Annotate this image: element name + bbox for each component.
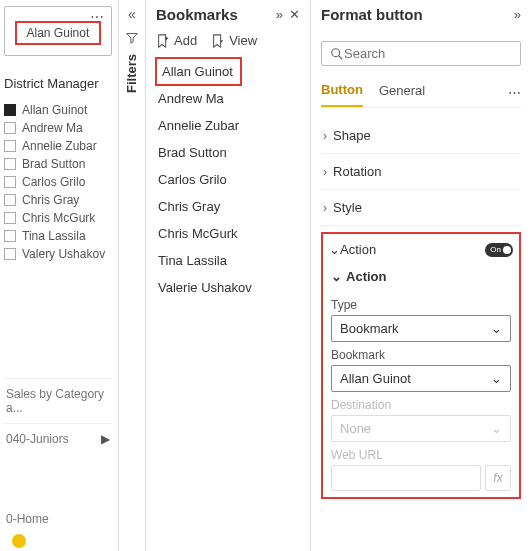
- slicer-item[interactable]: Valery Ushakov: [4, 245, 112, 263]
- bookmarks-title: Bookmarks: [156, 6, 238, 23]
- weburl-input: [331, 465, 481, 491]
- checkbox-icon[interactable]: [4, 194, 16, 206]
- search-input-wrapper[interactable]: [321, 41, 521, 66]
- slicer-title: District Manager: [4, 76, 112, 91]
- visual-title-row[interactable]: Sales by Category a...: [4, 378, 112, 423]
- bookmark-item[interactable]: Annelie Zubar: [156, 112, 300, 139]
- svg-point-0: [332, 48, 340, 56]
- type-select[interactable]: Bookmark ⌄: [331, 315, 511, 342]
- caret-right-icon[interactable]: ▶: [101, 432, 110, 446]
- type-label: Type: [331, 298, 511, 312]
- popout-icon[interactable]: »: [276, 7, 283, 22]
- bookmark-label: Bookmark: [331, 348, 511, 362]
- bookmarks-list: Allan Guinot Andrew Ma Annelie Zubar Bra…: [156, 58, 300, 301]
- action-toggle[interactable]: On: [485, 243, 513, 257]
- action-header[interactable]: ⌄Action On: [329, 240, 513, 265]
- district-manager-slicer: District Manager Allan Guinot Andrew Ma …: [4, 76, 112, 263]
- checkbox-icon[interactable]: [4, 140, 16, 152]
- bookmark-item[interactable]: Carlos Grilo: [156, 166, 300, 193]
- chevron-right-icon: ›: [323, 201, 327, 215]
- search-input[interactable]: [344, 46, 512, 61]
- bookmark-add-icon: [156, 34, 170, 48]
- canvas-lower: Sales by Category a... 040-Juniors ▶ 0-H…: [4, 378, 112, 551]
- checkbox-icon[interactable]: [4, 158, 16, 170]
- filters-label: Filters: [124, 54, 139, 93]
- action-section: ⌄Action On ⌄ Action Type Bookmark ⌄ Book…: [321, 232, 521, 499]
- slicer-item[interactable]: Andrew Ma: [4, 119, 112, 137]
- more-icon[interactable]: ⋯: [90, 9, 105, 25]
- checkbox-icon[interactable]: [4, 122, 16, 134]
- data-point-icon: [12, 534, 26, 548]
- bookmark-view-icon: [211, 34, 225, 48]
- tab-general[interactable]: General: [379, 79, 425, 106]
- format-title: Format button: [321, 6, 423, 23]
- canvas-column: ⋯ Alan Guinot District Manager Allan Gui…: [0, 0, 119, 551]
- bookmark-item[interactable]: Valerie Ushakov: [156, 274, 300, 301]
- format-row-rotation[interactable]: ›Rotation: [321, 154, 521, 190]
- slicer-item[interactable]: Annelie Zubar: [4, 137, 112, 155]
- bookmark-item[interactable]: Brad Sutton: [156, 139, 300, 166]
- bookmark-select[interactable]: Allan Guinot ⌄: [331, 365, 511, 392]
- bookmarks-pane: Bookmarks » ✕ Add View Allan Guinot Andr…: [146, 0, 311, 551]
- bookmark-add-button[interactable]: Add: [156, 33, 197, 48]
- search-icon: [330, 47, 344, 61]
- chevron-right-icon: ›: [323, 165, 327, 179]
- chevron-down-icon: ⌄: [329, 242, 340, 257]
- tab-button[interactable]: Button: [321, 78, 363, 107]
- chevron-down-icon: ⌄: [491, 421, 502, 436]
- chevron-right-icon: ›: [323, 129, 327, 143]
- checkbox-icon[interactable]: [4, 248, 16, 260]
- slicer-item[interactable]: Carlos Grilo: [4, 173, 112, 191]
- close-icon[interactable]: ✕: [289, 7, 300, 22]
- format-row-style[interactable]: ›Style: [321, 190, 521, 226]
- slicer-item[interactable]: Allan Guinot: [4, 101, 112, 119]
- chevron-down-icon: ⌄: [491, 371, 502, 386]
- bookmark-item[interactable]: Tina Lassila: [156, 247, 300, 274]
- destination-select: None ⌄: [331, 415, 511, 442]
- weburl-label: Web URL: [331, 448, 511, 462]
- checkbox-icon[interactable]: [4, 104, 16, 116]
- checkbox-icon[interactable]: [4, 230, 16, 242]
- button-visual-text: Alan Guinot: [27, 26, 90, 40]
- format-tabs: Button General ⋯: [321, 78, 521, 108]
- popout-icon[interactable]: »: [514, 7, 521, 22]
- expand-icon[interactable]: «: [128, 6, 136, 22]
- bookmark-item[interactable]: Andrew Ma: [156, 85, 300, 112]
- bookmark-item[interactable]: Chris McGurk: [156, 220, 300, 247]
- chevron-down-icon: ⌄: [331, 269, 342, 284]
- toggle-knob-icon: [503, 246, 511, 254]
- bookmark-item[interactable]: Allan Guinot: [156, 58, 241, 85]
- slicer-item[interactable]: Chris Gray: [4, 191, 112, 209]
- filters-pane-collapsed[interactable]: « Filters: [119, 0, 146, 551]
- destination-label: Destination: [331, 398, 511, 412]
- button-visual[interactable]: Alan Guinot: [15, 21, 101, 45]
- category-row[interactable]: 0-Home: [4, 504, 112, 534]
- checkbox-icon[interactable]: [4, 176, 16, 188]
- format-pane: Format button » Button General ⋯ ›Shape …: [311, 0, 531, 551]
- action-subheader[interactable]: ⌄ Action: [331, 265, 511, 292]
- more-icon[interactable]: ⋯: [508, 85, 521, 100]
- fx-button[interactable]: fx: [485, 465, 511, 491]
- button-visual-card[interactable]: ⋯ Alan Guinot: [4, 6, 112, 56]
- slicer-list: Allan Guinot Andrew Ma Annelie Zubar Bra…: [4, 101, 112, 263]
- chevron-down-icon: ⌄: [491, 321, 502, 336]
- category-row[interactable]: 040-Juniors ▶: [4, 423, 112, 454]
- bookmark-view-button[interactable]: View: [211, 33, 257, 48]
- slicer-item[interactable]: Chris McGurk: [4, 209, 112, 227]
- bookmark-item[interactable]: Chris Gray: [156, 193, 300, 220]
- slicer-item[interactable]: Brad Sutton: [4, 155, 112, 173]
- format-row-shape[interactable]: ›Shape: [321, 118, 521, 154]
- checkbox-icon[interactable]: [4, 212, 16, 224]
- filter-icon: [126, 32, 138, 44]
- slicer-item[interactable]: Tina Lassila: [4, 227, 112, 245]
